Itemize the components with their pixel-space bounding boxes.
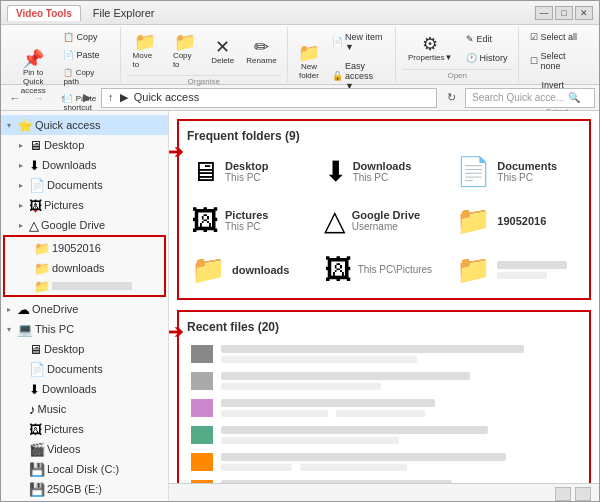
folder-downloads[interactable]: ⬇ Downloads This PC xyxy=(320,151,449,192)
properties-icon: ⚙ xyxy=(422,35,438,53)
sidebar-item-google-drive[interactable]: ▸ △ Google Drive xyxy=(1,215,168,235)
folder-googledrive-sub: Username xyxy=(352,221,420,232)
sidebar-item-pc-videos[interactable]: 🎬 Videos xyxy=(1,439,168,459)
sidebar-item-pc-downloads[interactable]: ⬇ Downloads xyxy=(1,379,168,399)
highlighted-folders-box: 📁 19052016 📁 downloads 📁 xyxy=(3,235,166,297)
pc-desktop-icon: 🖥 xyxy=(29,342,42,357)
recent-item-3[interactable] xyxy=(187,396,581,420)
folder-downloads2[interactable]: 📁 downloads xyxy=(187,249,316,290)
sidebar-item-downloads[interactable]: ▸ ⬇ Downloads xyxy=(1,155,168,175)
delete-button[interactable]: ✕ Delete xyxy=(206,34,239,69)
history-button[interactable]: 🕐 History xyxy=(461,50,512,66)
folder-pc-pictures-sub: This PC\Pictures xyxy=(358,264,432,275)
folder-googledrive[interactable]: △ Google Drive Username xyxy=(320,200,449,241)
recent-files-title: Recent files (20) xyxy=(187,320,581,334)
sidebar-item-documents[interactable]: ▸ 📄 Documents xyxy=(1,175,168,195)
recent-item-1[interactable] xyxy=(187,342,581,366)
sidebar-item-downloads2[interactable]: 📁 downloads xyxy=(6,258,163,278)
sidebar-item-quick-access[interactable]: ▾ ⭐ Quick access xyxy=(1,115,168,135)
recent-files-list xyxy=(187,342,581,483)
googledrive-icon: △ xyxy=(29,218,39,233)
recent-thumb-2 xyxy=(191,372,213,390)
ribbon: 📌 Pin to Quickaccess 📋 Copy 📄 Paste 📋 Co… xyxy=(1,25,599,85)
video-tools-tab[interactable]: Video Tools xyxy=(7,5,81,21)
pc-videos-label: Videos xyxy=(47,443,80,455)
view-list-button[interactable] xyxy=(555,487,571,501)
sidebar-item-pc-documents[interactable]: 📄 Documents xyxy=(1,359,168,379)
pc-downloads-icon: ⬇ xyxy=(29,382,40,397)
properties-button[interactable]: ⚙ Properties▼ xyxy=(402,31,458,66)
local-disk-label: Local Disk (C:) xyxy=(47,463,119,475)
refresh-button[interactable]: ↻ xyxy=(441,88,461,108)
pictures-icon: 🖼 xyxy=(29,198,42,213)
recent-item-4[interactable] xyxy=(187,423,581,447)
recent-info-3 xyxy=(221,399,577,417)
select-all-button[interactable]: ☑ Select all xyxy=(525,29,582,45)
organise-group: 📁 Move to 📁 Copy to ✕ Delete ✏ Rename Or… xyxy=(121,27,288,82)
pictures-arrow: ▸ xyxy=(15,199,27,211)
new-folder-icon: 📁 xyxy=(298,44,320,62)
sidebar-item-extra[interactable]: 📁 xyxy=(6,278,163,294)
copy-button[interactable]: 📋 Copy xyxy=(58,29,113,45)
move-to-button[interactable]: 📁 Move to xyxy=(127,29,164,73)
open-label: Open xyxy=(402,69,512,80)
rename-button[interactable]: ✏ Rename xyxy=(242,34,281,69)
forward-button[interactable]: → xyxy=(29,88,49,108)
recent-name-4 xyxy=(221,426,488,434)
folder-extra[interactable]: 📁 xyxy=(452,249,581,290)
recent-locations-button[interactable]: ▶ xyxy=(77,88,97,108)
pc-music-label: Music xyxy=(38,403,67,415)
edit-button[interactable]: ✎ Edit xyxy=(461,31,512,47)
minimize-button[interactable]: — xyxy=(535,6,553,20)
up-button[interactable]: ↑ xyxy=(53,88,73,108)
pc-pictures-icon: 🖼 xyxy=(29,422,42,437)
sidebar-item-pc-pictures[interactable]: 🖼 Pictures xyxy=(1,419,168,439)
sidebar-item-desktop[interactable]: ▸ 🖥 Desktop xyxy=(1,135,168,155)
new-item-button[interactable]: 📄 New item ▼ xyxy=(327,29,389,55)
address-field[interactable]: ↑ ▶ Quick access xyxy=(101,88,437,108)
recent-name-3 xyxy=(221,399,435,407)
pin-icon: 📌 xyxy=(22,50,44,68)
folder-extra-name-bar xyxy=(497,261,567,269)
copy-path-button[interactable]: 📋 Copy path xyxy=(58,65,113,89)
sidebar-item-pc-music[interactable]: ♪ Music xyxy=(1,399,168,419)
recent-item-5[interactable] xyxy=(187,450,581,474)
sidebar-item-pictures[interactable]: ▸ 🖼 Pictures xyxy=(1,195,168,215)
open-group: ⚙ Properties▼ ✎ Edit 🕐 History Open xyxy=(396,27,519,82)
pc-downloads-arrow xyxy=(15,383,27,395)
recent-item-2[interactable] xyxy=(187,369,581,393)
search-placeholder-text: Search Quick acce... xyxy=(472,92,564,103)
folder-documents[interactable]: 📄 Documents This PC xyxy=(452,151,581,192)
back-button[interactable]: ← xyxy=(5,88,25,108)
sidebar-item-250gb[interactable]: 💾 250GB (E:) xyxy=(1,479,168,499)
sidebar-item-onedrive[interactable]: ▸ ☁ OneDrive xyxy=(1,299,168,319)
organise-label: Organise xyxy=(127,75,281,86)
sidebar-item-19052016[interactable]: 📁 19052016 xyxy=(6,238,163,258)
paste-button[interactable]: 📄 Paste xyxy=(58,47,113,63)
folder-pc-pictures[interactable]: 🖼 This PC\Pictures xyxy=(320,249,449,290)
new-folder-label: Newfolder xyxy=(299,62,319,80)
onedrive-icon: ☁ xyxy=(17,302,30,317)
close-button[interactable]: ✕ xyxy=(575,6,593,20)
folder-19052016[interactable]: 📁 19052016 xyxy=(452,200,581,241)
maximize-button[interactable]: □ xyxy=(555,6,573,20)
pc-videos-icon: 🎬 xyxy=(29,442,45,457)
recent-info-4 xyxy=(221,426,577,444)
copy-to-button[interactable]: 📁 Copy to xyxy=(167,29,204,73)
select-none-button[interactable]: ☐ Select none xyxy=(525,48,589,74)
folder-pictures[interactable]: 🖼 Pictures This PC xyxy=(187,200,316,241)
recent-meta-4 xyxy=(221,437,399,444)
onedrive-arrow: ▸ xyxy=(3,303,15,315)
search-field[interactable]: Search Quick acce... 🔍 xyxy=(465,88,595,108)
250gb-arrow xyxy=(15,483,27,495)
recent-item-6[interactable] xyxy=(187,477,581,483)
sidebar-item-pc-desktop[interactable]: 🖥 Desktop xyxy=(1,339,168,359)
sidebar-item-local-disk[interactable]: 💾 Local Disk (C:) xyxy=(1,459,168,479)
folder-desktop[interactable]: 🖥 Desktop This PC xyxy=(187,151,316,192)
new-folder-button[interactable]: 📁 Newfolder xyxy=(294,40,324,84)
pc-music-icon: ♪ xyxy=(29,402,36,417)
sidebar-item-this-pc[interactable]: ▾ 💻 This PC xyxy=(1,319,168,339)
paste-label: Paste xyxy=(76,50,99,60)
downloads-label: Downloads xyxy=(42,159,96,171)
view-details-button[interactable] xyxy=(575,487,591,501)
